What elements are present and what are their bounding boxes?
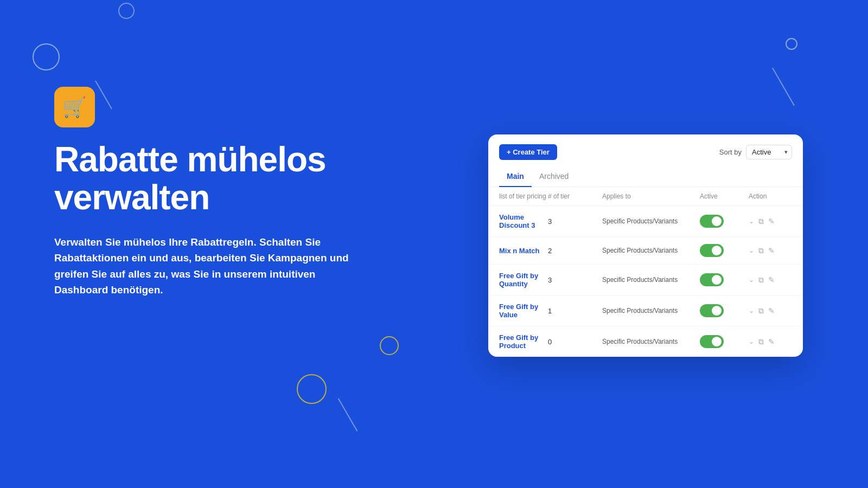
deco-circle-1 [33,43,60,70]
row-actions-1: ⌄ ⧉ ✎ [749,246,792,255]
sort-by-label: Sort by [719,148,742,156]
row-chevron-4[interactable]: ⌄ [749,338,754,345]
row-applies-3: Specific Products/Variants [602,307,700,314]
col-header-action: Action [749,192,792,200]
card-header: + Create Tier Sort by Active Inactive Al… [488,134,803,166]
row-chevron-3[interactable]: ⌄ [749,307,754,314]
row-tier-count-2: 3 [548,276,602,284]
row-name-4: Free Gift by Product [499,333,548,350]
col-header-active: Active [700,192,749,200]
row-slider-4 [700,335,724,348]
col-header-applies: Applies to [602,192,700,200]
row-edit-icon-0[interactable]: ✎ [768,217,775,226]
row-applies-1: Specific Products/Variants [602,247,700,254]
table-row: Free Gift by Product 0 Specific Products… [488,326,803,357]
row-tier-count-1: 2 [548,247,602,255]
table-row: Free Gift by Quantity 3 Specific Product… [488,265,803,296]
row-toggle-1[interactable] [700,244,724,257]
sort-by-area: Sort by Active Inactive All [719,145,792,159]
row-edit-icon-3[interactable]: ✎ [768,306,775,315]
row-tier-count-3: 1 [548,307,602,315]
headline: Rabatte mühelos verwalten [54,140,380,217]
dashboard-card: + Create Tier Sort by Active Inactive Al… [488,134,803,357]
row-copy-icon-3[interactable]: ⧉ [758,306,764,316]
deco-line-3 [338,398,358,432]
row-name-2: Free Gift by Quantity [499,272,548,288]
row-edit-icon-4[interactable]: ✎ [768,337,775,346]
tab-archived[interactable]: Archived [532,166,576,187]
row-slider-1 [700,244,724,257]
row-copy-icon-2[interactable]: ⧉ [758,275,764,285]
deco-circle-4 [297,374,327,404]
row-name-1: Mix n Match [499,247,548,255]
deco-circle-2 [118,3,135,19]
row-applies-0: Specific Products/Variants [602,217,700,225]
row-name-3: Free Gift by Value [499,303,548,319]
table-row: Free Gift by Value 1 Specific Products/V… [488,296,803,326]
row-actions-0: ⌄ ⧉ ✎ [749,217,792,226]
row-copy-icon-4[interactable]: ⧉ [758,337,764,346]
sort-select[interactable]: Active Inactive All [746,145,792,159]
row-slider-2 [700,273,724,286]
subtext: Verwalten Sie mühelos Ihre Rabattregeln.… [54,234,358,298]
row-actions-3: ⌄ ⧉ ✎ [749,306,792,316]
row-chevron-1[interactable]: ⌄ [749,247,754,254]
row-actions-2: ⌄ ⧉ ✎ [749,275,792,285]
deco-circle-5 [786,38,797,50]
row-toggle-3[interactable] [700,304,724,317]
tab-main[interactable]: Main [499,166,532,187]
cart-emoji: 🛒 [62,96,87,119]
row-chevron-0[interactable]: ⌄ [749,217,754,225]
row-copy-icon-0[interactable]: ⧉ [758,217,764,226]
row-edit-icon-2[interactable]: ✎ [768,275,775,284]
row-slider-3 [700,304,724,317]
row-tier-count-4: 0 [548,338,602,346]
app-icon: 🛒 [54,87,95,127]
row-copy-icon-1[interactable]: ⧉ [758,246,764,255]
row-actions-4: ⌄ ⧉ ✎ [749,337,792,346]
deco-circle-3 [380,336,399,355]
row-slider-0 [700,215,724,228]
row-toggle-4[interactable] [700,335,724,348]
sort-select-wrapper: Active Inactive All [746,145,792,159]
row-toggle-0[interactable] [700,215,724,228]
deco-line-2 [772,68,795,106]
table-row: Volume Discount 3 3 Specific Products/Va… [488,206,803,237]
row-applies-2: Specific Products/Variants [602,276,700,284]
table-body: Volume Discount 3 3 Specific Products/Va… [488,206,803,357]
row-chevron-2[interactable]: ⌄ [749,276,754,284]
table-header: list of tier pricing # of tier Applies t… [488,187,803,206]
table-row: Mix n Match 2 Specific Products/Variants… [488,237,803,265]
row-edit-icon-1[interactable]: ✎ [768,246,775,255]
col-header-tier: # of tier [548,192,602,200]
row-toggle-2[interactable] [700,273,724,286]
col-header-name: list of tier pricing [499,192,548,200]
card-tabs: Main Archived [488,166,803,187]
left-content: 🛒 Rabatte mühelos verwalten Verwalten Si… [54,87,380,298]
row-tier-count-0: 3 [548,217,602,226]
row-applies-4: Specific Products/Variants [602,338,700,345]
create-tier-button[interactable]: + Create Tier [499,144,557,160]
row-name-0: Volume Discount 3 [499,213,548,229]
